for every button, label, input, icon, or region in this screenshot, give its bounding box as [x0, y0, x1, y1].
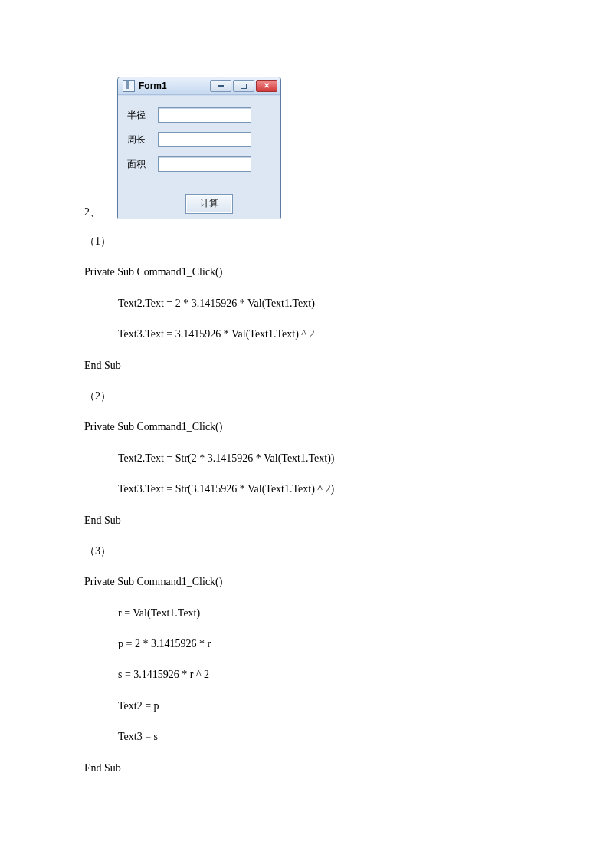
- s3-line1: Private Sub Command1_Click(): [84, 574, 529, 590]
- s1-line4: End Sub: [84, 357, 529, 374]
- text3-input[interactable]: [158, 156, 251, 172]
- row-perimeter: 周长: [126, 131, 251, 148]
- row-radius: 半径: [126, 107, 251, 123]
- s2-line3: Text3.Text = Str(3.1415926 * Val(Text1.T…: [84, 481, 529, 498]
- titlebar: Form1 ✕: [118, 77, 280, 95]
- label-area: 面积: [126, 157, 158, 172]
- label-perimeter: 周长: [126, 133, 158, 147]
- row-area: 面积: [126, 156, 251, 173]
- window-buttons: ✕: [210, 80, 277, 92]
- s1-line3: Text3.Text = 3.1415926 * Val(Text1.Text)…: [84, 326, 529, 343]
- s2-line1: Private Sub Command1_Click(): [84, 419, 529, 436]
- maximize-icon[interactable]: [233, 80, 254, 92]
- line-item-2: 2、 Form1 ✕ 半径 周长: [84, 77, 529, 219]
- s3-line7: End Sub: [84, 760, 529, 777]
- s3-line6: Text3 = s: [84, 728, 529, 745]
- section-1-num: （1）: [84, 233, 529, 250]
- section-3-num: （3）: [84, 543, 529, 560]
- form-client-area: 半径 周长 面积 计算: [118, 95, 280, 219]
- text1-input[interactable]: [158, 107, 251, 123]
- s2-line4: End Sub: [84, 512, 529, 529]
- label-radius: 半径: [126, 108, 158, 123]
- s3-line4: s = 3.1415926 * r ^ 2: [84, 666, 529, 683]
- form-icon: [123, 80, 135, 92]
- document-page: 2、 Form1 ✕ 半径 周长: [0, 0, 613, 837]
- calculate-button[interactable]: 计算: [185, 194, 233, 214]
- close-icon[interactable]: ✕: [256, 80, 277, 92]
- section-2-num: （2）: [84, 388, 529, 405]
- s1-line1: Private Sub Command1_Click(): [84, 264, 529, 281]
- vb-form-window: Form1 ✕ 半径 周长 面积: [117, 77, 281, 219]
- minimize-icon[interactable]: [210, 80, 231, 92]
- s1-line2: Text2.Text = 2 * 3.1415926 * Val(Text1.T…: [84, 295, 529, 312]
- s2-line2: Text2.Text = Str(2 * 3.1415926 * Val(Tex…: [84, 450, 529, 467]
- window-title: Form1: [139, 81, 210, 91]
- text2-input[interactable]: [158, 132, 251, 147]
- item-number-2: 2、: [84, 205, 100, 219]
- s3-line3: p = 2 * 3.1415926 * r: [84, 636, 529, 653]
- s3-line2: r = Val(Text1.Text): [84, 605, 529, 622]
- s3-line5: Text2 = p: [84, 698, 529, 715]
